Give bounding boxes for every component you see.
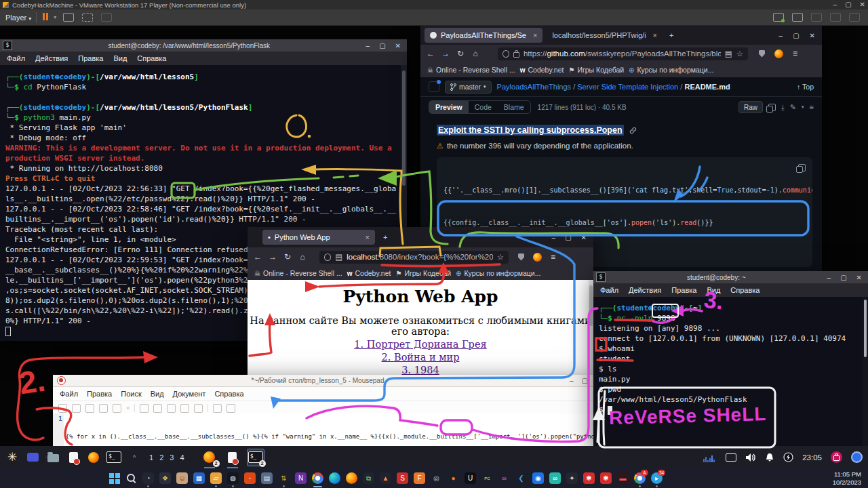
player-menu-button[interactable]: Player ▾ xyxy=(5,14,31,22)
reader-mode-icon[interactable]: ▤ xyxy=(725,49,732,58)
back-to-top-link[interactable]: ↑ Top xyxy=(797,83,814,91)
vmware-close-button[interactable]: ✕ xyxy=(860,1,865,8)
taskbar-icon-onenote[interactable]: N xyxy=(295,472,307,484)
close-doc-icon[interactable] xyxy=(113,404,121,413)
workspace-pager-icon[interactable] xyxy=(24,449,41,466)
taskbar-icon-arrows-app[interactable]: ⇅ xyxy=(278,472,290,484)
maximize-button[interactable]: ▢ xyxy=(793,32,799,39)
breadcrumb-folder[interactable]: Server Side Template Injection xyxy=(577,83,678,91)
vmware-restore-button[interactable]: ▢ xyxy=(845,1,851,8)
tab-close-icon[interactable]: × xyxy=(366,233,370,241)
forward-button[interactable]: → xyxy=(265,252,280,262)
edit-pencil-icon[interactable]: ✎ xyxy=(790,103,796,112)
clock[interactable]: 23:05 xyxy=(802,453,822,462)
screen-lock-icon[interactable] xyxy=(831,451,842,463)
taskbar-icon-explorer[interactable]: ▱ xyxy=(210,472,222,484)
bookmark-courses[interactable]: ⊕Курсы по информаци... xyxy=(629,66,713,74)
url-bar[interactable]: ▤ localhost:8080/index?book={%%20for%20x… xyxy=(319,251,509,264)
maximize-button[interactable]: ▢ xyxy=(565,234,571,241)
privacy-shield-icon[interactable] xyxy=(759,50,765,58)
workspace-switcher[interactable]: 1 2 3 4 xyxy=(149,453,186,462)
close-button[interactable]: ✕ xyxy=(581,234,587,241)
reload-button[interactable]: ↻ xyxy=(280,252,295,262)
vm-pause-button[interactable] xyxy=(43,13,50,22)
taskbar-icon-camera-app[interactable]: ◍ xyxy=(227,472,239,484)
minimize-button[interactable]: – xyxy=(779,32,783,39)
terminal-scrollbar[interactable] xyxy=(863,297,868,446)
outline-icon[interactable]: ≡ xyxy=(810,103,814,111)
close-button[interactable]: ✕ xyxy=(856,274,862,281)
taskbar-icon-red-gear-1[interactable]: ✱ xyxy=(583,472,595,484)
menu-item[interactable]: Справка xyxy=(214,390,243,398)
notifications-bell-icon[interactable] xyxy=(765,453,774,462)
open-icon[interactable] xyxy=(72,404,81,413)
minimize-button[interactable]: – xyxy=(827,274,831,281)
firefox-launcher[interactable] xyxy=(85,449,102,466)
task-mousepad[interactable] xyxy=(224,449,241,466)
taskbar-icon-co-app[interactable]: ∞ xyxy=(549,472,561,484)
vm-keyboard-icon[interactable] xyxy=(792,13,803,22)
bookmark-codeby[interactable]: wCodeby.net xyxy=(347,269,391,277)
terminal-nc-titlebar[interactable]: $ student@codeby: ~ – ▢ ✕ xyxy=(593,271,868,283)
display-icon[interactable] xyxy=(726,453,736,462)
menu-item[interactable]: Вид xyxy=(151,390,164,398)
taskbar-icon-unreal[interactable]: U xyxy=(465,472,476,484)
back-button[interactable]: ← xyxy=(250,252,265,262)
taskbar-icon-gauge-app[interactable]: ◔ xyxy=(142,472,154,484)
pause-caret-icon[interactable]: ▾ xyxy=(54,14,56,20)
breadcrumb-repo[interactable]: PayloadsAllTheThings xyxy=(497,83,571,91)
taskbar-icon-firefox[interactable] xyxy=(346,472,357,484)
taskbar-icon-edge[interactable] xyxy=(329,472,340,484)
menu-item[interactable]: Документ xyxy=(173,390,206,398)
cpu-graph-icon[interactable] xyxy=(703,453,717,462)
paste-icon[interactable] xyxy=(194,404,203,413)
taskbar-icon-kdenlive[interactable]: ⧉ xyxy=(363,472,374,484)
branch-selector[interactable]: master▾ xyxy=(445,81,492,94)
taskbar-icon-telegram[interactable]: ▸34 xyxy=(651,472,663,484)
windows-clock[interactable]: 11:05 PM 10/2/2023 xyxy=(833,470,861,487)
taskbar-icon-contact[interactable]: ☺ xyxy=(176,472,188,484)
taskbar-icon-chrome[interactable] xyxy=(312,472,323,484)
send-ctrl-alt-del-icon[interactable] xyxy=(63,13,74,22)
url-bar[interactable]: https://github.com/swisskyrepo/PayloadsA… xyxy=(498,47,748,60)
payload-text[interactable]: {% for x in ().__class__.__base__.__subc… xyxy=(64,413,593,447)
tab-python-web-app[interactable]: • Python Web App × xyxy=(262,230,375,245)
terminal-launcher[interactable]: $_ xyxy=(106,449,122,466)
close-button[interactable]: ✕ xyxy=(395,42,401,49)
taskbar-icon-s-app[interactable]: S xyxy=(397,472,408,484)
new-tab-button[interactable]: + xyxy=(383,233,387,241)
distro-spider-icon[interactable]: ✳ xyxy=(4,449,20,466)
home-button[interactable]: ⌂ xyxy=(295,252,310,262)
bookmark-games[interactable]: ⚑Игры Кодебай xyxy=(395,269,451,277)
volume-icon[interactable] xyxy=(745,453,756,462)
reload-button[interactable]: ↻ xyxy=(453,49,468,58)
bookmark-games[interactable]: ⚑Игры Кодебай xyxy=(568,66,624,74)
new-tab-button[interactable]: + xyxy=(669,31,673,39)
bookmark-codeby[interactable]: wCodeby.net xyxy=(520,66,564,74)
taskbar-icon-swirl-app[interactable]: ✦ xyxy=(566,472,578,484)
copy-raw-icon[interactable] xyxy=(768,104,776,111)
maximize-button[interactable]: ▢ xyxy=(379,42,385,49)
firefox-account-icon[interactable] xyxy=(774,49,783,58)
home-button[interactable]: ⌂ xyxy=(468,49,483,58)
menu-item[interactable]: Правка xyxy=(671,286,696,294)
taskbar-icon-maps-app[interactable]: ◉ xyxy=(532,472,544,484)
menu-item[interactable]: Правка xyxy=(87,390,112,398)
menu-item[interactable]: Поиск xyxy=(121,390,141,398)
undo-icon[interactable] xyxy=(140,404,149,413)
taskbar-icon-start[interactable] xyxy=(108,472,120,484)
bookmark-star-icon[interactable]: ☆ xyxy=(497,252,504,262)
replace-icon[interactable] xyxy=(226,404,235,413)
minimize-button[interactable]: – xyxy=(552,234,556,241)
new-doc-icon[interactable] xyxy=(58,404,67,413)
taskbar-icon-gpu-app[interactable]: ▬ xyxy=(617,472,629,484)
session-indicator-icon[interactable] xyxy=(851,451,863,463)
save-as-icon[interactable] xyxy=(99,404,108,413)
power-manager-icon[interactable] xyxy=(783,452,793,462)
tab-close-icon[interactable]: × xyxy=(653,31,657,39)
copy-icon[interactable] xyxy=(180,404,189,413)
book-link-3[interactable]: 3. 1984 xyxy=(248,365,593,375)
taskbar-icon-chrome-profile[interactable]: A xyxy=(634,472,646,484)
taskbar-icon-dark-app[interactable]: ◎ xyxy=(431,472,442,484)
file-manager-launcher[interactable] xyxy=(45,449,61,466)
